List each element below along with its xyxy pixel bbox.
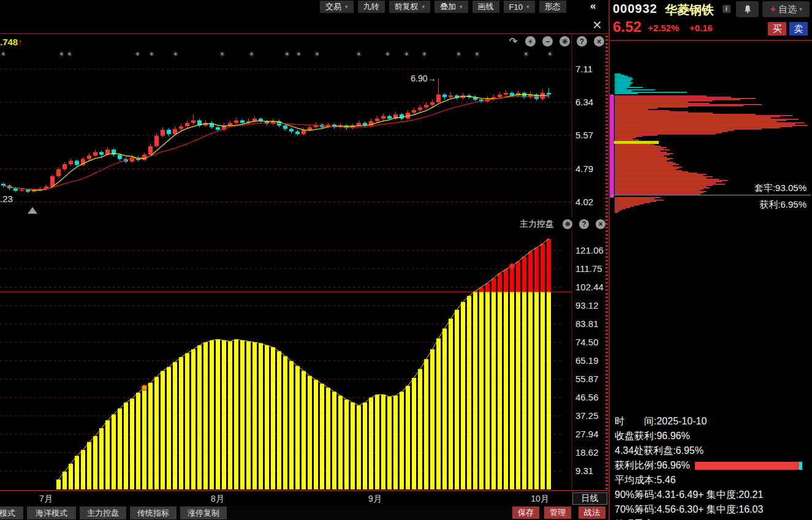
svg-text:获利:6.95%: 获利:6.95% (759, 199, 806, 209)
x-axis: 7月 8月 9月 10月 日线 (0, 490, 610, 506)
panel-splitter[interactable] (605, 36, 608, 490)
menu-pattern[interactable]: 形态 (539, 1, 566, 13)
info-icon[interactable]: i (723, 5, 730, 13)
chip-distribution-chart: 套牢:93.05%获利:6.95% (610, 40, 812, 414)
close-icon[interactable]: ✕ (592, 18, 602, 32)
svg-text:83.81: 83.81 (575, 318, 599, 329)
stock-app-window: 交易▾ 九转 前复权▾ 叠加▾ 画线 F10▾ 形态 « ✕ ↷ + − ✳ ?… (0, 0, 812, 520)
stat-profit-at-434: 4.34处获利盘:6.95% (615, 443, 811, 458)
svg-text:✳: ✳ (172, 50, 178, 58)
close-indicator-icon[interactable]: × (596, 219, 605, 229)
menu-forward-adjust[interactable]: 前复权▾ (389, 1, 431, 13)
top-toolbar: 交易▾ 九转 前复权▾ 叠加▾ 画线 F10▾ 形态 (320, 0, 566, 13)
stat-time: 时 间:2025-10-10 (615, 414, 811, 429)
candlestick-chart: 7.116.345.574.794.02✳✳✳✳✳✳✳✳✳✳✳✳✳✳✳✳✳✳✳6… (0, 0, 610, 217)
svg-text:✳: ✳ (219, 50, 224, 58)
svg-text:4.02: 4.02 (575, 197, 593, 207)
sell-button[interactable]: 卖 (789, 22, 808, 36)
svg-text:111.75: 111.75 (575, 263, 602, 274)
tab-main-force[interactable]: 主力控盘 (80, 507, 126, 519)
month-label: 7月 (39, 494, 53, 505)
chevron-down-icon: ▾ (526, 4, 529, 10)
stock-code: 000932 (613, 2, 658, 16)
alert-bell-button[interactable] (736, 1, 759, 17)
svg-text:4.79: 4.79 (575, 164, 593, 174)
lowest-price-tag: .23 (0, 194, 13, 204)
month-label: 8月 (211, 494, 224, 505)
svg-text:✳: ✳ (355, 50, 361, 58)
svg-text:✳: ✳ (66, 50, 72, 58)
svg-text:✳: ✳ (314, 50, 319, 58)
plus-icon: + (770, 3, 776, 15)
profit-bar-red (695, 462, 799, 470)
zoom-in-icon[interactable]: + (525, 36, 536, 47)
menu-draw-line[interactable]: 画线 (472, 1, 499, 13)
add-watchlist-button[interactable]: + 自选 ▾ (762, 1, 810, 17)
svg-text:✳: ✳ (0, 50, 6, 58)
svg-text:✳: ✳ (295, 50, 301, 58)
save-button[interactable]: 保存 (512, 507, 539, 519)
indicator-title: 主力控盘 (520, 219, 554, 230)
tab-traditional[interactable]: 传统指标 (130, 507, 176, 519)
strategy-button[interactable]: 战法 (579, 507, 605, 519)
svg-text:121.06: 121.06 (575, 245, 604, 255)
up-arrow-icon: ↑ (18, 37, 23, 47)
svg-text:6.34: 6.34 (575, 97, 593, 107)
svg-text:套牢:93.05%: 套牢:93.05% (754, 183, 806, 193)
svg-text:✳: ✳ (58, 50, 64, 58)
buy-button[interactable]: 买 (768, 22, 786, 36)
menu-overlay[interactable]: 叠加▾ (434, 1, 468, 13)
svg-text:93.12: 93.12 (575, 300, 599, 311)
menu-trade[interactable]: 交易▾ (320, 1, 354, 13)
chevron-down-icon: ▾ (799, 6, 802, 12)
menu-f10[interactable]: F10▾ (504, 1, 535, 13)
manage-button[interactable]: 管理 (544, 507, 571, 519)
svg-text:✳: ✳ (134, 50, 140, 58)
svg-text:27.94: 27.94 (575, 429, 599, 439)
chip-stats-panel: 时 间:2025-10-10 收盘获利:96.96% 4.34处获利盘:6.95… (615, 414, 811, 520)
svg-text:✳: ✳ (421, 50, 427, 58)
stock-name: 华菱钢铁 (665, 2, 714, 18)
svg-text:✳: ✳ (474, 50, 479, 58)
svg-text:5.57: 5.57 (575, 130, 593, 140)
svg-text:7.11: 7.11 (575, 64, 593, 74)
tab-ocean-mode[interactable]: 海洋模式 (27, 507, 76, 519)
bell-icon (743, 4, 753, 14)
close-chart-icon[interactable]: × (594, 36, 604, 47)
svg-text:6.90→: 6.90→ (411, 73, 436, 83)
indicator-icon-row: ✳ ? × (563, 219, 605, 229)
svg-text:65.19: 65.19 (575, 355, 599, 366)
profit-ratio-bar (695, 462, 802, 470)
main-chart-icon-row: ↷ + − ✳ ? × (508, 36, 604, 47)
chevron-down-icon: ▾ (460, 4, 463, 10)
stat-close-profit: 收盘获利:96.96% (615, 429, 811, 443)
bottom-tab-bar: 模式 海洋模式 主力控盘 传统指标 涨停复制 保存 管理 战法 (0, 506, 610, 520)
stat-profit-ratio: 获利比例:96.96% (615, 458, 811, 473)
stat-chip-deviation: 筹码乖离:19.42 (615, 517, 811, 520)
tab-mode[interactable]: 模式 (0, 507, 23, 519)
stat-70-chips: 70%筹码:4.56-6.30+ 集中度:16.03 (615, 502, 811, 517)
zoom-out-icon[interactable]: − (542, 36, 553, 47)
help-icon[interactable]: ? (579, 219, 589, 229)
month-label: 10月 (531, 494, 549, 505)
tab-limit-up-copy[interactable]: 涨停复制 (180, 507, 227, 519)
svg-text:✳: ✳ (248, 50, 254, 58)
svg-text:74.50: 74.50 (575, 337, 599, 347)
chevron-down-icon: ▾ (422, 4, 425, 10)
svg-text:9.31: 9.31 (575, 465, 593, 476)
svg-text:✳: ✳ (384, 50, 390, 58)
gear-icon[interactable]: ✳ (563, 219, 572, 229)
svg-text:✳: ✳ (523, 50, 528, 58)
right-quote-panel: 000932 华菱钢铁 i + 自选 ▾ 6.52 +2.52% +0.16 买… (610, 0, 812, 520)
chevron-down-icon: ▾ (345, 4, 348, 10)
gear-icon[interactable]: ✳ (560, 36, 570, 47)
svg-text:37.25: 37.25 (575, 410, 599, 421)
svg-text:✳: ✳ (547, 50, 552, 58)
svg-text:✳: ✳ (148, 50, 154, 58)
restore-icon[interactable]: ↷ (508, 36, 518, 47)
help-icon[interactable]: ? (577, 36, 587, 47)
indicator-value-tag: .748↑ (0, 37, 23, 47)
period-selector[interactable]: 日线 (572, 492, 607, 505)
menu-nine-turn[interactable]: 九转 (358, 1, 385, 13)
collapse-panel-icon[interactable]: « (590, 0, 596, 12)
